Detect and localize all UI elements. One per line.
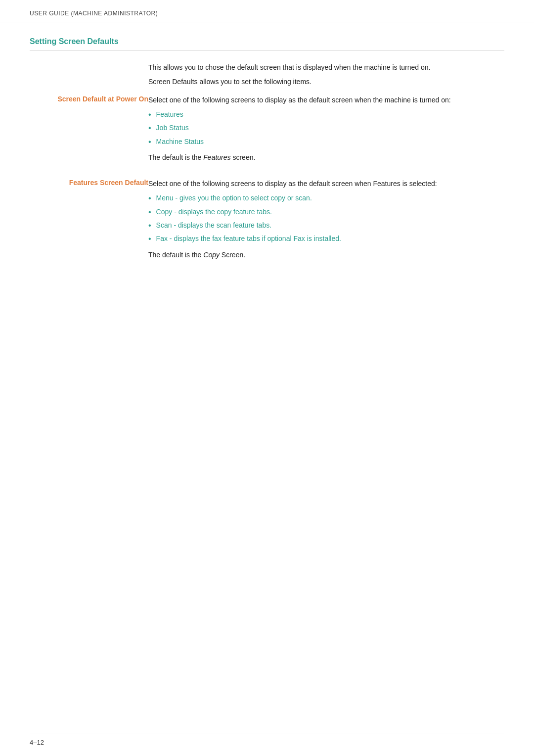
bullet-menu-text: Menu - gives you the option to select co… bbox=[156, 193, 312, 203]
screen-default-note-italic: Features bbox=[203, 153, 230, 161]
footer-page: 4–12 bbox=[30, 739, 44, 746]
intro-label-cell bbox=[30, 60, 148, 93]
intro-row: This allows you to chose the default scr… bbox=[30, 60, 504, 93]
header-title: User Guide (Machine Administrator) bbox=[30, 10, 158, 17]
bullet-job-status-text: Job Status bbox=[156, 123, 189, 133]
bullet-menu: Menu - gives you the option to select co… bbox=[148, 193, 504, 204]
bullet-scan: Scan - displays the scan feature tabs. bbox=[148, 220, 504, 231]
screen-default-note-prefix: The default is the bbox=[148, 153, 203, 161]
features-screen-default-row: Features Screen Default Select one of th… bbox=[30, 177, 504, 266]
screen-default-description: Select one of the following screens to d… bbox=[148, 95, 504, 105]
bullet-fax-text: Fax - displays the fax feature tabs if o… bbox=[156, 234, 341, 244]
bullet-job-status: Job Status bbox=[148, 123, 504, 134]
bullet-copy: Copy - displays the copy feature tabs. bbox=[148, 207, 504, 218]
screen-default-power-on-row: Screen Default at Power On Select one of… bbox=[30, 93, 504, 169]
features-screen-note-prefix: The default is the bbox=[148, 251, 203, 259]
bullet-scan-text: Scan - displays the scan feature tabs. bbox=[156, 220, 271, 231]
row-spacer bbox=[30, 169, 504, 177]
features-screen-description: Select one of the following screens to d… bbox=[148, 179, 504, 189]
intro-line2: Screen Defaults allows you to set the fo… bbox=[148, 77, 504, 87]
content-table: This allows you to chose the default scr… bbox=[30, 60, 504, 266]
bullet-machine-status: Machine Status bbox=[148, 137, 504, 147]
page-container: User Guide (Machine Administrator) Setti… bbox=[0, 0, 534, 756]
features-screen-note: The default is the Copy Screen. bbox=[148, 250, 504, 260]
screen-default-content-cell: Select one of the following screens to d… bbox=[148, 93, 504, 169]
screen-default-label-cell: Screen Default at Power On bbox=[30, 93, 148, 169]
bullet-features-text: Features bbox=[156, 109, 183, 120]
intro-content-cell: This allows you to chose the default scr… bbox=[148, 60, 504, 93]
features-screen-bullet-list: Menu - gives you the option to select co… bbox=[148, 193, 504, 245]
header: User Guide (Machine Administrator) bbox=[0, 0, 534, 22]
bullet-fax: Fax - displays the fax feature tabs if o… bbox=[148, 234, 504, 244]
bullet-features: Features bbox=[148, 109, 504, 120]
screen-default-term: Screen Default at Power On bbox=[57, 95, 148, 103]
features-screen-content-cell: Select one of the following screens to d… bbox=[148, 177, 504, 266]
features-screen-label-cell: Features Screen Default bbox=[30, 177, 148, 266]
features-screen-note-suffix: Screen. bbox=[220, 251, 245, 259]
features-screen-term: Features Screen Default bbox=[69, 179, 148, 187]
intro-line1: This allows you to chose the default scr… bbox=[148, 62, 504, 73]
section-heading: Setting Screen Defaults bbox=[30, 37, 504, 50]
features-screen-note-italic: Copy bbox=[203, 251, 220, 259]
bullet-machine-status-text: Machine Status bbox=[156, 137, 204, 147]
main-content: Setting Screen Defaults This allows you … bbox=[0, 22, 534, 286]
screen-default-note-suffix: screen. bbox=[231, 153, 256, 161]
screen-default-note: The default is the Features screen. bbox=[148, 152, 504, 163]
bullet-copy-text: Copy - displays the copy feature tabs. bbox=[156, 207, 272, 217]
screen-default-bullet-list: Features Job Status Machine Status bbox=[148, 109, 504, 147]
footer: 4–12 bbox=[30, 734, 504, 746]
